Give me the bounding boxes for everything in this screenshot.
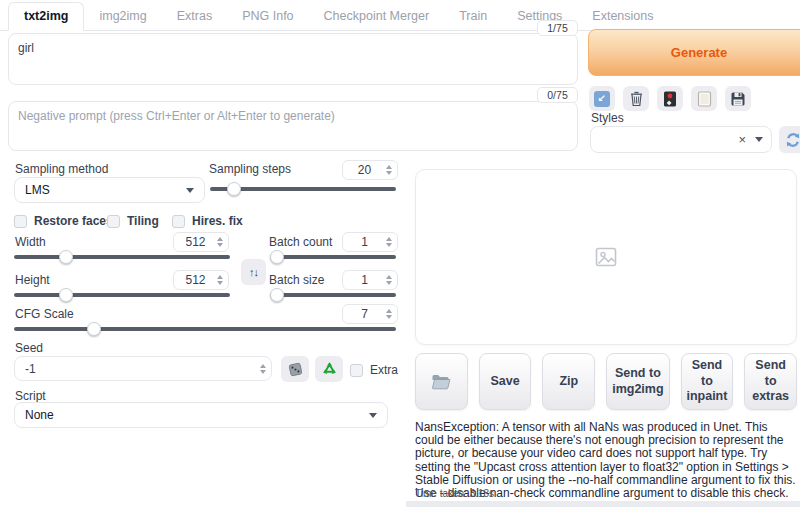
height-label: Height — [15, 273, 50, 287]
seed-value[interactable] — [15, 362, 260, 376]
stepper-icon[interactable] — [386, 275, 397, 285]
seed-input[interactable] — [14, 356, 272, 381]
output-gallery — [415, 169, 797, 345]
restore-faces-checkbox[interactable]: Restore faces — [14, 214, 113, 228]
slider-track[interactable] — [14, 293, 230, 297]
script-dropdown[interactable]: None — [14, 402, 388, 428]
slider-knob[interactable] — [59, 250, 73, 264]
tiling-checkbox[interactable]: Tiling — [107, 214, 159, 228]
hires-fix-label: Hires. fix — [192, 214, 243, 228]
cfg-scale-slider[interactable] — [14, 322, 396, 336]
hires-fix-checkbox[interactable]: Hires. fix — [172, 214, 243, 228]
stepper-icon[interactable] — [386, 165, 397, 175]
extra-seed-checkbox[interactable]: Extra — [350, 363, 398, 377]
stepper-icon[interactable] — [260, 364, 271, 374]
swap-icon: ↑↓ — [249, 266, 258, 278]
reuse-seed-button[interactable] — [315, 356, 343, 382]
random-seed-button[interactable] — [281, 356, 309, 382]
checkbox-icon[interactable] — [172, 215, 185, 228]
sampling-steps-slider[interactable] — [210, 182, 396, 196]
batch-size-input[interactable] — [342, 270, 398, 290]
bottom-divider — [406, 501, 800, 507]
save-button[interactable]: Save — [479, 353, 532, 410]
tab-img2img[interactable]: img2img — [84, 3, 161, 30]
prompt-input[interactable]: girl — [8, 33, 578, 85]
sampling-steps-value[interactable] — [343, 163, 386, 177]
cfg-scale-value[interactable] — [343, 307, 386, 321]
height-value[interactable] — [174, 273, 217, 287]
restore-faces-label: Restore faces — [34, 214, 113, 228]
chevron-down-icon — [186, 188, 194, 193]
output-toolbar: Save Zip Send to img2img Send to inpaint… — [415, 353, 797, 410]
checkbox-icon[interactable] — [14, 215, 27, 228]
sampling-steps-label: Sampling steps — [209, 162, 291, 176]
swap-dimensions-button[interactable]: ↑↓ — [241, 259, 266, 285]
folder-icon — [431, 373, 451, 390]
paste-params-button[interactable]: ↙ — [589, 86, 615, 111]
send-to-inpaint-button[interactable]: Send to inpaint — [681, 353, 734, 410]
send-to-extras-button[interactable]: Send to extras — [744, 353, 797, 410]
batch-count-value[interactable] — [343, 235, 386, 249]
chevron-down-icon — [369, 413, 377, 418]
batch-count-input[interactable] — [342, 232, 398, 252]
clear-prompt-button[interactable] — [623, 86, 649, 111]
batch-size-slider[interactable] — [270, 288, 396, 302]
tab-train[interactable]: Train — [444, 3, 502, 30]
extra-seed-label: Extra — [370, 363, 398, 377]
time-taken-label: Time taken: 3.18s — [415, 488, 494, 499]
image-placeholder-icon — [594, 245, 618, 269]
stepper-icon[interactable] — [217, 237, 228, 247]
tab-extensions[interactable]: Extensions — [577, 3, 668, 30]
styles-dropdown[interactable]: × — [590, 126, 772, 153]
sampling-method-dropdown[interactable]: LMS — [14, 177, 205, 203]
apply-style-button[interactable] — [691, 86, 717, 111]
extra-networks-button[interactable] — [657, 86, 683, 111]
cfg-scale-input[interactable] — [342, 304, 398, 324]
negative-prompt-token-counter: 0/75 — [537, 87, 578, 103]
slider-knob[interactable] — [59, 288, 73, 302]
slider-knob[interactable] — [270, 288, 284, 302]
checkbox-icon[interactable] — [350, 364, 363, 377]
batch-count-label: Batch count — [269, 235, 332, 249]
sampling-method-label: Sampling method — [15, 162, 108, 176]
stepper-icon[interactable] — [386, 237, 397, 247]
batch-size-value[interactable] — [343, 273, 386, 287]
width-slider[interactable] — [14, 250, 230, 264]
refresh-styles-button[interactable] — [779, 126, 800, 153]
batch-size-label: Batch size — [269, 273, 324, 287]
zip-button[interactable]: Zip — [542, 353, 595, 410]
tab-txt2img[interactable]: txt2img — [8, 2, 84, 31]
slider-knob[interactable] — [87, 322, 101, 336]
stepper-icon[interactable] — [386, 309, 397, 319]
save-style-button[interactable] — [725, 86, 751, 111]
styles-clear-icon[interactable]: × — [738, 133, 746, 146]
width-value[interactable] — [174, 235, 217, 249]
stepper-icon[interactable] — [217, 275, 228, 285]
tab-extras[interactable]: Extras — [162, 3, 227, 30]
prompt-token-counter: 1/75 — [537, 20, 578, 36]
send-to-img2img-button[interactable]: Send to img2img — [606, 353, 669, 410]
slider-track[interactable] — [14, 255, 230, 259]
batch-count-slider[interactable] — [270, 250, 396, 264]
slider-track[interactable] — [14, 327, 396, 331]
checkbox-icon[interactable] — [107, 215, 120, 228]
chevron-down-icon[interactable] — [755, 137, 763, 142]
negative-prompt-input[interactable] — [8, 101, 578, 151]
tiling-label: Tiling — [127, 214, 159, 228]
tab-png-info[interactable]: PNG Info — [227, 3, 308, 30]
slider-knob[interactable] — [270, 250, 284, 264]
main-tabbar: txt2img img2img Extras PNG Info Checkpoi… — [0, 3, 800, 31]
sampling-steps-input[interactable] — [342, 160, 398, 180]
slider-track[interactable] — [270, 255, 396, 259]
height-input[interactable] — [173, 270, 229, 290]
tab-checkpoint-merger[interactable]: Checkpoint Merger — [309, 3, 445, 30]
recycle-icon — [321, 361, 338, 378]
height-slider[interactable] — [14, 288, 230, 302]
width-label: Width — [15, 235, 46, 249]
slider-knob[interactable] — [227, 182, 241, 196]
slider-track[interactable] — [270, 293, 396, 297]
generate-button[interactable]: Generate — [588, 29, 800, 76]
open-folder-button[interactable] — [415, 353, 468, 410]
sampling-method-value: LMS — [25, 183, 186, 197]
width-input[interactable] — [173, 232, 229, 252]
